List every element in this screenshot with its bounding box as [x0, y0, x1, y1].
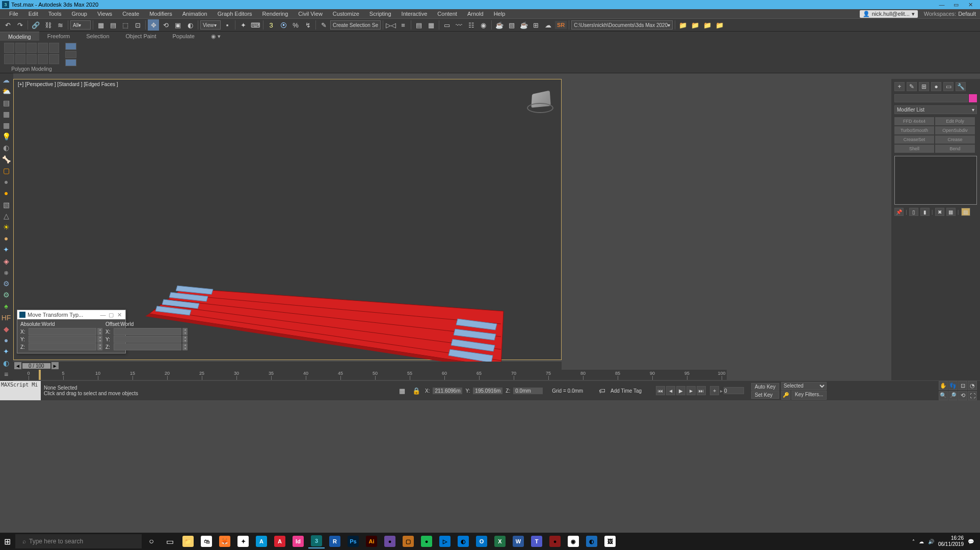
workspace-value[interactable]: Default [958, 11, 976, 17]
nav-zoom-all[interactable]: 🔎 [948, 391, 958, 400]
material-editor-button[interactable]: ◉ [478, 19, 489, 31]
task-photos[interactable]: 🖼 [602, 534, 618, 548]
stack-sets[interactable]: ▤ [961, 208, 970, 216]
task-autocad[interactable]: A [272, 534, 288, 548]
set-key-button[interactable]: Set Key [751, 391, 779, 399]
sr-badge[interactable]: SR [555, 21, 567, 29]
li-box[interactable]: ▢ [1, 166, 11, 175]
menu-tools[interactable]: Tools [43, 11, 67, 17]
task-indesign[interactable]: Id [290, 534, 306, 548]
li-sparkle2[interactable]: ✦ [1, 347, 11, 356]
tray-volume-icon[interactable]: 🔊 [928, 539, 934, 544]
goto-end[interactable]: ⏭ [697, 386, 706, 395]
menu-interactive[interactable]: Interactive [396, 11, 433, 17]
li-vine[interactable]: ⎈ [1, 268, 11, 277]
rb-mode1[interactable] [65, 43, 76, 50]
task-chrome[interactable]: ◉ [565, 534, 581, 548]
li-cone[interactable]: △ [1, 211, 11, 221]
abs-z-input[interactable] [29, 343, 96, 350]
stack-pin[interactable]: 📌 [894, 208, 904, 216]
next-frame[interactable]: ► [686, 386, 696, 395]
task-photoshop[interactable]: Ps [345, 534, 361, 548]
coord-z[interactable]: 0.0mm [513, 388, 543, 394]
panel-motion[interactable]: ● [931, 82, 941, 91]
li-cloud[interactable]: ⛅ [1, 87, 11, 96]
viewcube[interactable] [527, 88, 553, 113]
li-gear2[interactable]: ⚙ [1, 290, 11, 299]
task-spotify[interactable]: ● [418, 534, 435, 548]
task-outlook[interactable]: O [473, 534, 490, 548]
edit-sel-button[interactable]: ✎ [318, 19, 329, 31]
schematic-button[interactable]: ☷ [466, 19, 477, 31]
panel-hierarchy[interactable]: ⊞ [919, 82, 929, 91]
task-blue2[interactable]: ◐ [584, 534, 600, 548]
task-store[interactable]: 🛍 [198, 534, 215, 548]
mod-shell[interactable]: Shell [894, 145, 934, 153]
curve-editor-button[interactable]: 〰 [454, 19, 465, 31]
li-blue2[interactable]: ◐ [1, 358, 11, 367]
scale-button[interactable]: ▣ [172, 19, 183, 31]
mtt-close[interactable]: ✕ [115, 312, 123, 318]
li-sphere1[interactable]: ● [1, 177, 11, 186]
tray-notifications-icon[interactable]: 💬 [968, 539, 974, 544]
close-button[interactable]: ✕ [967, 1, 974, 8]
nav-max[interactable]: ⛶ [968, 391, 977, 400]
mod-ffd[interactable]: FFD 4x4x4 [894, 117, 934, 125]
time-slider[interactable]: ◄ 0 / 100 ► [13, 362, 562, 370]
li-diamond[interactable]: ◆ [1, 324, 11, 334]
key-mode-select[interactable]: Selected [781, 382, 827, 390]
folder3-button[interactable]: 📁 [702, 19, 713, 31]
li-grid2[interactable]: ▦ [1, 121, 11, 130]
object-name-input[interactable] [894, 94, 968, 102]
task-cortana[interactable]: ○ [143, 534, 160, 548]
rb-e2[interactable] [15, 54, 25, 64]
tray-cloud-icon[interactable]: ☁ [919, 539, 924, 544]
redo-button[interactable]: ↷ [14, 19, 25, 31]
mod-opensubdiv[interactable]: OpenSubdiv [935, 126, 975, 134]
menu-scripting[interactable]: Scripting [364, 11, 396, 17]
panel-create[interactable]: + [894, 82, 905, 91]
manip-button[interactable]: ✦ [237, 19, 249, 31]
off-y-input[interactable] [114, 336, 181, 343]
render-frame-button[interactable]: ▧ [506, 19, 517, 31]
li-sun[interactable]: ☀ [1, 223, 11, 232]
mod-editpoly[interactable]: Edit Poly [935, 117, 975, 125]
menu-grapheditors[interactable]: Graph Editors [213, 11, 257, 17]
mtt-pin[interactable]: ▢ [107, 312, 115, 318]
placement-button[interactable]: ◐ [184, 19, 196, 31]
task-word[interactable]: W [510, 534, 526, 548]
task-autodesk[interactable]: A [253, 534, 270, 548]
mirror-button[interactable]: ▷◁ [385, 19, 396, 31]
li-uvw[interactable]: ▧ [1, 200, 11, 209]
task-3dsmax[interactable]: 3 [308, 534, 325, 548]
task-red[interactable]: ● [547, 534, 563, 548]
ribbon-tab-populate[interactable]: Populate [164, 32, 202, 41]
menu-modifiers[interactable]: Modifiers [144, 11, 177, 17]
percent-snap-button[interactable]: % [290, 19, 301, 31]
undo-button[interactable]: ↶ [2, 19, 13, 31]
task-view[interactable]: ▭ [162, 534, 178, 548]
panel-utilities[interactable]: 🔧 [956, 82, 966, 91]
ribbon-tab-modeling[interactable]: Modeling [0, 32, 39, 41]
angle-snap-button[interactable]: ⦿ [278, 19, 289, 31]
coord-x[interactable]: 211.6096m [433, 388, 462, 394]
stack-show[interactable]: ▯ [909, 208, 918, 216]
render-setup-button[interactable]: ☕ [494, 19, 505, 31]
rotate-button[interactable]: ⟲ [160, 19, 171, 31]
task-brown[interactable]: ▢ [400, 534, 416, 548]
selection-filter[interactable]: All ▾ [70, 20, 91, 30]
ts-handle[interactable]: 0 / 100 [22, 363, 50, 369]
modifier-stack[interactable] [894, 156, 977, 205]
li-gear1[interactable]: ⚙ [1, 279, 11, 288]
panel-modify[interactable]: ✎ [907, 82, 917, 91]
rb-e5[interactable] [49, 54, 59, 64]
rb-vertex[interactable] [4, 43, 14, 53]
off-x-input[interactable] [114, 328, 181, 335]
key-mode-icon[interactable]: + [710, 386, 719, 395]
task-firefox[interactable]: 🦊 [217, 534, 233, 548]
nav-orbit[interactable]: ⟲ [958, 391, 967, 400]
asset-button[interactable]: ⊞ [531, 19, 542, 31]
task-slack[interactable]: ✦ [235, 534, 251, 548]
li-grid1[interactable]: ▦ [1, 109, 11, 119]
key-filters-icon[interactable]: 🔑 [781, 391, 790, 400]
